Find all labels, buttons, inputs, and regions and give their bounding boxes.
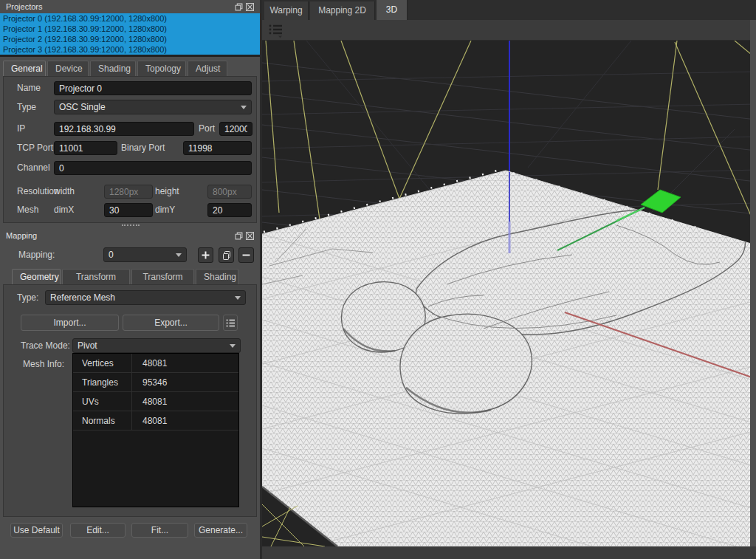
port-label: Port [199,122,215,136]
tab-mapping-2d[interactable]: Mapping 2D [310,1,375,20]
dimy-label: dimY [155,203,175,217]
geo-type-select-value: Reference Mesh [50,292,232,303]
tab-adjust[interactable]: Adjust [188,61,227,77]
chevron-down-icon [235,296,241,300]
tab-shading-2[interactable]: Shading [196,269,238,285]
width-input [104,185,153,199]
plus-icon [202,251,210,259]
geo-type-label: Type: [17,291,38,305]
table-row: UVs 48081 [73,392,238,411]
view-options-menu-icon[interactable] [269,24,285,38]
mesh-info-value: 48081 [132,411,238,430]
panel-splitter-handle[interactable] [122,224,140,226]
left-panel: Projectors Projector 0 (192.168.30.99:12… [0,0,260,559]
mapping-panel-title: Mapping [6,231,37,240]
mesh-info-name: Vertices [73,354,132,372]
tab-3d[interactable]: 3D [377,0,408,20]
application-window: Projectors Projector 0 (192.168.30.99:12… [0,0,756,559]
projectors-panel-title: Projectors [6,2,43,11]
viewport-toolbar [262,20,756,41]
chevron-down-icon [230,344,236,348]
ip-input[interactable] [54,122,194,136]
viewport-area: Warping Mapping 2D 3D [262,0,756,559]
add-mapping-button[interactable] [198,247,213,263]
channel-label: Channel [17,161,50,175]
float-panel-icon[interactable] [235,232,243,240]
mesh-options-button[interactable] [223,315,238,331]
mesh-info-label: Mesh Info: [23,357,64,371]
tab-transform-uv[interactable]: Transform UV [131,269,194,285]
height-label: height [155,185,179,199]
port-input[interactable] [219,122,252,136]
dimy-input[interactable] [207,203,252,217]
tab-transform-3d[interactable]: Transform 3D [62,269,130,285]
table-row: Vertices 48081 [73,354,238,373]
use-default-button[interactable]: Use Default [10,523,63,538]
export-button[interactable]: Export... [123,315,219,331]
tcp-port-label: TCP Port [17,141,53,155]
tab-shading[interactable]: Shading [90,61,136,77]
tab-geometry[interactable]: Geometry [12,269,61,285]
trace-mode-label: Trace Mode: [21,339,70,353]
list-divider [0,55,260,57]
binary-port-input[interactable] [183,141,252,155]
tcp-port-input[interactable] [54,141,117,155]
projector-list-item[interactable]: Projector 2 (192.168.30.99:12000, 1280x8… [0,34,260,44]
table-row: Triangles 95346 [73,373,238,392]
mapping-selector-label: Mapping: [18,248,55,262]
type-label: Type [17,100,36,114]
3d-scene-canvas[interactable] [262,41,756,546]
import-button[interactable]: Import... [21,315,119,331]
general-form: Name Type OSC Single IP Port TCP Port Bi… [3,76,257,223]
viewport-tabbar: Warping Mapping 2D 3D [262,0,756,20]
height-input [207,185,252,199]
mesh-info-name: UVs [73,392,132,411]
projector-list-item[interactable]: Projector 1 (192.168.30.99:12000, 1280x8… [0,24,260,34]
chevron-down-icon [241,106,247,109]
minus-icon [242,251,250,259]
type-select[interactable]: OSC Single [54,100,252,114]
binary-port-label: Binary Port [121,141,165,155]
remove-mapping-button[interactable] [238,247,254,263]
tab-topology[interactable]: Topology [137,61,186,77]
projector-list-item[interactable]: Projector 0 (192.168.30.99:12000, 1280x8… [0,13,260,24]
projector-list: Projector 0 (192.168.30.99:12000, 1280x8… [0,13,260,55]
mapping-select-value: 0 [109,250,173,260]
chevron-down-icon [278,36,282,38]
name-input[interactable] [54,81,252,95]
duplicate-mapping-button[interactable] [219,247,234,263]
projector-tabbar: General Device Shading Topology Adjust [3,61,229,77]
mesh-info-name: Normals [73,411,132,430]
channel-input[interactable] [54,161,252,175]
projector-list-item[interactable]: Projector 3 (192.168.30.99:12000, 1280x8… [0,44,260,55]
mesh-label: Mesh [17,203,38,217]
trace-mode-select[interactable]: Pivot [72,338,241,353]
mesh-info-table: Vertices 48081 Triangles 95346 UVs 48081… [72,353,239,507]
dimx-label: dimX [54,203,74,217]
close-panel-icon[interactable] [246,3,254,11]
fit-button[interactable]: Fit... [131,523,188,538]
type-select-value: OSC Single [59,102,238,112]
dimx-input[interactable] [104,203,153,217]
chevron-down-icon [176,253,182,257]
resolution-label: Resolution [17,185,59,199]
projectors-panel-header: Projectors [0,0,260,13]
edit-button[interactable]: Edit... [70,523,126,538]
generate-button[interactable]: Generate... [194,523,247,538]
viewport-bottom-strip [262,546,756,559]
tab-warping[interactable]: Warping [264,1,309,20]
mesh-info-value: 48081 [132,392,238,411]
mesh-info-value: 48081 [132,354,238,372]
tab-general[interactable]: General [3,61,46,77]
close-panel-icon[interactable] [246,232,254,240]
mesh-info-name: Triangles [73,373,132,391]
mapping-select[interactable]: 0 [103,247,187,262]
mapping-tabbar: Geometry Transform 3D Transform UV Shadi… [12,269,240,285]
geometry-form: Type: Reference Mesh Import... Export...… [3,284,257,517]
table-row: Normals 48081 [73,411,238,431]
geo-type-select[interactable]: Reference Mesh [45,290,246,305]
viewport-scrollbar[interactable] [750,20,756,546]
tab-device[interactable]: Device [47,61,89,77]
list-menu-icon [226,318,236,328]
float-panel-icon[interactable] [235,3,243,11]
